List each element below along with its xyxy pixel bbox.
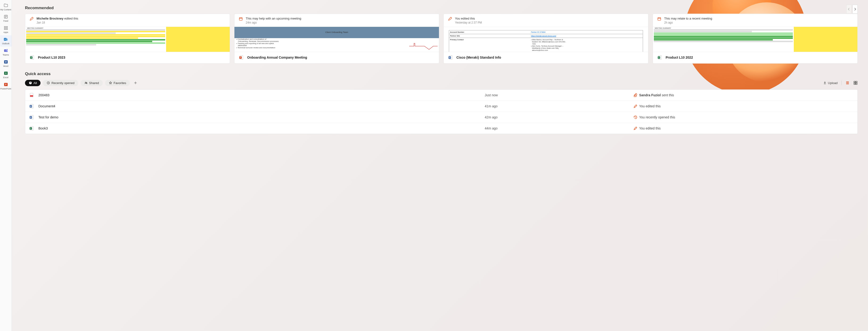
rail-label: Word bbox=[3, 65, 8, 67]
svg-text:P: P bbox=[240, 57, 241, 59]
rec-reason: Michelle Brockney edited this bbox=[36, 17, 78, 21]
svg-rect-19 bbox=[239, 18, 243, 21]
rail-my-content[interactable]: My Content bbox=[0, 1, 11, 13]
outlook-icon: O bbox=[3, 37, 8, 42]
file-activity: You edited this bbox=[633, 104, 855, 108]
file-name: Document4 bbox=[38, 104, 485, 108]
file-when: 42m ago bbox=[485, 115, 633, 119]
rec-when: 24m ago bbox=[246, 21, 301, 24]
file-name: 200483 bbox=[38, 93, 485, 97]
recommended-row: Michelle Brockney edited this Jan 18 MEE… bbox=[25, 14, 858, 64]
svg-rect-1 bbox=[4, 26, 5, 28]
rec-reason: This may relate to a recent meeting bbox=[664, 17, 712, 21]
recommended-nav bbox=[846, 5, 858, 14]
word-icon: W bbox=[29, 114, 34, 120]
file-row[interactable]: W Document4 41m ago You edited this bbox=[25, 101, 858, 112]
svg-rect-3 bbox=[4, 29, 5, 30]
recommended-card[interactable]: This may relate to a recent meeting 2h a… bbox=[653, 14, 858, 64]
folder-icon bbox=[3, 3, 8, 8]
list-view-button[interactable] bbox=[845, 81, 849, 85]
file-when: Just now bbox=[485, 93, 633, 97]
svg-text:W: W bbox=[30, 116, 32, 119]
pencil-icon bbox=[29, 17, 34, 21]
svg-text:O: O bbox=[4, 38, 6, 40]
feed-icon bbox=[3, 14, 8, 19]
attach-icon bbox=[633, 93, 637, 97]
pdf-icon bbox=[29, 93, 34, 98]
svg-rect-36 bbox=[856, 83, 857, 85]
svg-rect-4 bbox=[6, 29, 7, 30]
filter-all[interactable]: All bbox=[25, 80, 40, 86]
svg-text:X: X bbox=[31, 57, 32, 59]
rail-label: Teams bbox=[3, 54, 9, 56]
main-pane: Recommended Michelle Brockney edited thi… bbox=[12, 0, 868, 331]
svg-text:W: W bbox=[449, 57, 451, 59]
rail-outlook[interactable]: O Outlook bbox=[0, 35, 11, 46]
recommended-card[interactable]: Michelle Brockney edited this Jan 18 MEE… bbox=[25, 14, 230, 64]
excel-icon: X bbox=[29, 126, 34, 131]
filter-recently-opened[interactable]: Recently opened bbox=[43, 80, 78, 86]
file-name: Test for demo bbox=[38, 115, 485, 119]
svg-text:T: T bbox=[4, 50, 6, 52]
recommended-card[interactable]: This may help with an upcoming meeting 2… bbox=[234, 14, 439, 64]
rec-title: Product L10 2023 bbox=[38, 56, 65, 59]
pencil-icon bbox=[633, 126, 637, 130]
svg-text:W: W bbox=[30, 105, 32, 107]
svg-text:P: P bbox=[5, 83, 7, 86]
rail-label: PowerPoint bbox=[0, 88, 11, 90]
rail-apps[interactable]: Apps bbox=[0, 24, 11, 35]
rail-label: Feed bbox=[3, 20, 8, 22]
rec-thumbnail: Client Onboarding Team • Centralization … bbox=[235, 27, 439, 52]
clock-icon bbox=[46, 81, 50, 85]
svg-rect-34 bbox=[856, 81, 857, 83]
pencil-icon bbox=[448, 17, 452, 21]
word-icon: W bbox=[3, 59, 8, 65]
file-row[interactable]: 200483 Just now Sandra Fuziol sent this bbox=[25, 90, 858, 101]
upload-button[interactable]: Upload bbox=[823, 81, 838, 85]
grid-view-button[interactable] bbox=[854, 81, 858, 85]
rec-title: Onboarding Annual Company Meeting bbox=[247, 56, 307, 59]
recommended-heading: Recommended bbox=[25, 6, 858, 10]
people-icon bbox=[84, 81, 88, 85]
pencil-icon bbox=[633, 104, 637, 108]
svg-rect-26 bbox=[658, 18, 661, 21]
filter-shared[interactable]: Shared bbox=[81, 80, 103, 86]
file-when: 44m ago bbox=[485, 126, 633, 130]
svg-point-9 bbox=[6, 49, 7, 50]
file-activity: You recently opened this bbox=[633, 115, 855, 119]
file-activity: Sandra Fuziol sent this bbox=[633, 93, 855, 97]
rec-thumbnail: MEETING SUMMARY bbox=[653, 27, 858, 52]
rail-powerpoint[interactable]: P PowerPoint bbox=[0, 80, 11, 92]
rail-teams[interactable]: T Teams bbox=[0, 46, 11, 58]
quick-access-heading: Quick access bbox=[25, 72, 858, 76]
rail-feed[interactable]: Feed bbox=[0, 13, 11, 24]
app-rail: My Content Feed Apps O Outlook T Teams W… bbox=[0, 0, 12, 331]
rail-excel[interactable]: X Excel bbox=[0, 69, 11, 80]
rec-title: Cisco (Meraki) Standard Info bbox=[456, 56, 501, 59]
rec-reason: This may help with an upcoming meeting bbox=[246, 17, 301, 21]
apps-icon bbox=[3, 26, 8, 31]
rail-label: Outlook bbox=[2, 42, 9, 45]
svg-text:X: X bbox=[658, 57, 659, 59]
rail-word[interactable]: W Word bbox=[0, 58, 11, 69]
powerpoint-icon: P bbox=[239, 55, 244, 60]
rec-when: 2h ago bbox=[664, 21, 712, 24]
recommended-card[interactable]: You edited this Yesterday at 2:37 PM Acc… bbox=[443, 14, 648, 64]
rec-when: Yesterday at 2:37 PM bbox=[455, 21, 482, 24]
file-row[interactable]: X Book3 44m ago You edited this bbox=[25, 123, 858, 134]
file-name: Book3 bbox=[38, 126, 485, 130]
add-filter-button[interactable] bbox=[132, 79, 139, 86]
rail-label: My Content bbox=[0, 8, 11, 11]
calendar-icon bbox=[657, 17, 661, 21]
svg-text:W: W bbox=[5, 61, 7, 63]
rec-prev-button[interactable] bbox=[846, 5, 851, 14]
file-activity: You edited this bbox=[633, 126, 855, 130]
excel-icon: X bbox=[29, 55, 35, 60]
svg-rect-35 bbox=[854, 83, 855, 85]
rec-next-button[interactable] bbox=[852, 5, 858, 14]
star-icon bbox=[109, 81, 112, 85]
svg-point-32 bbox=[86, 82, 87, 83]
powerpoint-icon: P bbox=[3, 82, 8, 87]
file-row[interactable]: W Test for demo 42m ago You recently ope… bbox=[25, 112, 858, 123]
filter-favorites[interactable]: Favorites bbox=[105, 80, 130, 86]
